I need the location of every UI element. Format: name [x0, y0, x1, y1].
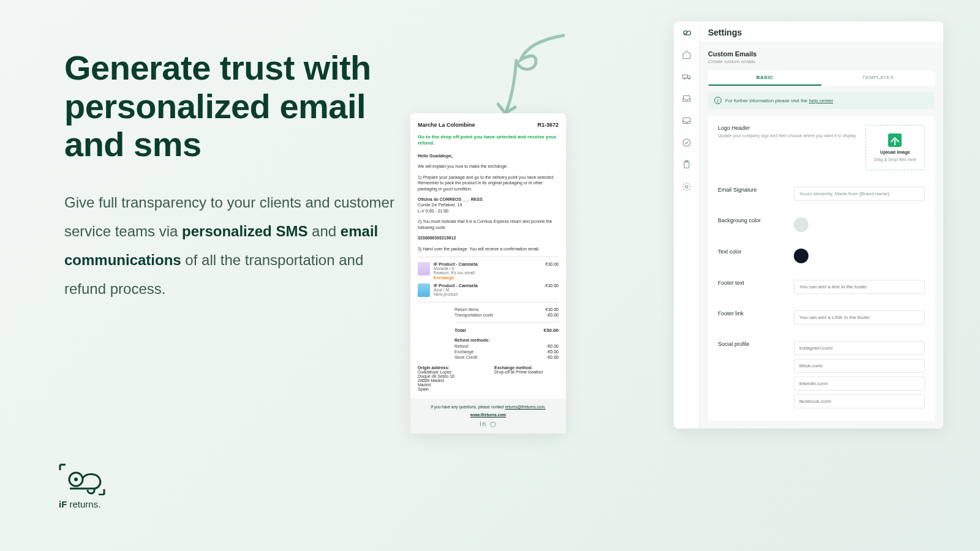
card-email-signature: Email Signature: [708, 178, 935, 209]
product-thumb-icon: [418, 283, 430, 297]
text-color-swatch[interactable]: [794, 249, 809, 263]
tab-templates[interactable]: TEMPLATES: [821, 70, 935, 86]
card-footer-text: Footer text: [708, 271, 935, 302]
marketing-copy: Generate trust with personalized email a…: [64, 49, 407, 303]
settings-title: Settings: [708, 28, 935, 37]
tray-icon[interactable]: [680, 114, 693, 127]
card-footer-link: Footer link: [708, 302, 935, 333]
step3: 3) Hand over the package. You will recei…: [418, 246, 559, 252]
totals: Return items€30.00 Transportation costs-…: [454, 307, 559, 359]
page-headline: Generate trust with personalized email a…: [64, 49, 407, 164]
product-thumb-icon: [418, 262, 430, 276]
card-social-profile: Social profile: [708, 332, 935, 421]
intro: We will explain you how to make the exch…: [418, 163, 559, 169]
social-tiktok-input[interactable]: [794, 359, 925, 373]
chameleon-icon: [59, 463, 105, 495]
instagram-icon[interactable]: ▢: [490, 421, 497, 427]
footer-link-input[interactable]: [794, 310, 925, 324]
site-link[interactable]: www.ifreturns.com: [470, 413, 506, 417]
social-linkedin-input[interactable]: [794, 377, 925, 391]
step1: 1) Prepare your package and go to the de…: [418, 174, 559, 192]
brand-text: iF returns.: [59, 499, 105, 509]
order-ref: R1-3672: [537, 122, 559, 128]
return-code: 3230006393219612: [418, 236, 456, 240]
tabs: BASIC TEMPLATES: [708, 70, 935, 86]
info-icon: i: [714, 97, 722, 104]
help-center-link[interactable]: help center: [809, 98, 834, 103]
check-circle-icon[interactable]: [680, 137, 693, 149]
upload-dropzone[interactable]: Upload Image Drag & Drop files here: [865, 125, 925, 170]
social-facebook-input[interactable]: [794, 394, 925, 408]
inbox-icon[interactable]: [680, 92, 693, 105]
email-preview: Marche La Colombine R1-3672 Go to the dr…: [410, 113, 566, 433]
settings-panel: Settings Custom Emails Create custom ema…: [674, 21, 943, 429]
card-logo-header: Logo Header Update your company logo and…: [708, 116, 935, 179]
bg-color-swatch[interactable]: [794, 217, 809, 232]
signature-input[interactable]: [794, 187, 925, 201]
home-icon[interactable]: [680, 48, 693, 61]
info-banner: i For further information please visit t…: [708, 92, 935, 109]
footer-text-input[interactable]: [794, 280, 925, 294]
arrow-icon: [481, 31, 573, 122]
dropoff-office: Oficina de CORREOS ___ RESS Conde De Peñ…: [418, 197, 559, 214]
clipboard-icon[interactable]: [680, 159, 693, 171]
svg-point-1: [74, 478, 78, 481]
section-title: Custom Emails: [708, 50, 935, 58]
merchant-name: Marche La Colombine: [418, 122, 475, 128]
email-action: Go to the drop off point you have select…: [418, 134, 559, 147]
social-instagram-input[interactable]: [794, 341, 925, 355]
svg-point-4: [684, 78, 685, 79]
svg-point-2: [684, 31, 687, 34]
brand-logo: iF returns.: [59, 463, 105, 509]
product-row: iF Product - Camiseta Morada / S Reason:…: [418, 262, 559, 280]
side-rail: [674, 21, 699, 429]
gear-icon[interactable]: [680, 181, 693, 193]
product-row: iF Product - Camiseta Azul / M New produ…: [418, 283, 559, 297]
svg-point-10: [685, 186, 688, 188]
addresses: Origin address: Guadalupe Lopez Duque de…: [418, 365, 559, 391]
card-text-color: Text color: [708, 240, 935, 272]
titlebar: Settings: [699, 21, 943, 43]
svg-point-5: [688, 78, 690, 79]
contact-link[interactable]: returns@ifreturns.com.: [505, 405, 545, 409]
email-footer: If you have any questions, please contac…: [410, 399, 566, 433]
card-bg-color: Backgroung color: [708, 209, 935, 241]
tab-basic[interactable]: BASIC: [708, 70, 821, 86]
svg-point-7: [683, 139, 690, 146]
truck-icon[interactable]: [680, 70, 693, 83]
upload-icon: [888, 133, 902, 147]
step2: 2) You must indicate that it is a Correo…: [418, 219, 559, 230]
svg-rect-3: [682, 75, 687, 78]
brand-icon[interactable]: [680, 26, 693, 39]
linkedin-icon[interactable]: in: [480, 421, 487, 427]
page-body: Give full transparency to your clients a…: [64, 189, 407, 303]
section-desc: Create custom emails: [708, 59, 935, 64]
greeting: Hello Guadalupe,: [418, 154, 453, 158]
